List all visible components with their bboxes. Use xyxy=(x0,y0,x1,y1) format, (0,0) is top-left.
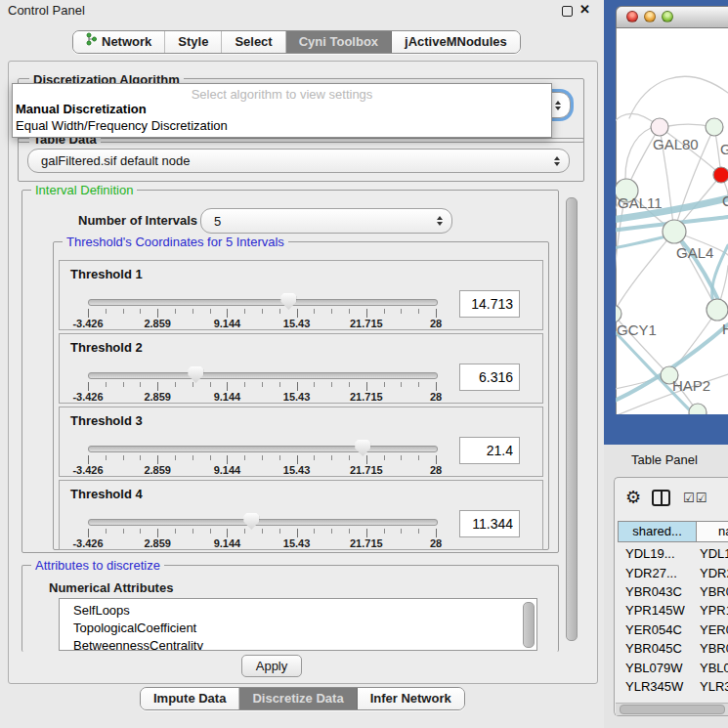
threshold-slider-track[interactable] xyxy=(88,299,438,306)
network-node-label: GCY1 xyxy=(617,321,657,338)
network-edge[interactable] xyxy=(712,245,728,306)
network-node-label: GAL11 xyxy=(618,194,663,211)
apply-button[interactable]: Apply xyxy=(241,655,302,677)
table-row[interactable]: YIL052CYIL0 xyxy=(618,696,728,701)
column-checkbox-icons[interactable]: ☑☑ xyxy=(683,491,707,505)
network-node[interactable] xyxy=(663,220,686,243)
tab-label: Cyni Toolbox xyxy=(299,31,378,53)
cell-shared-name: YDL19... xyxy=(618,546,700,561)
network-node-label: C xyxy=(722,193,728,209)
cell-shared-name: YBR045C xyxy=(618,641,700,656)
network-edge[interactable] xyxy=(674,232,717,310)
table-row[interactable]: YPR145WYPR1 xyxy=(618,601,728,620)
slider-tick-label: 9.144 xyxy=(214,537,241,549)
column-header-shared[interactable]: shared... xyxy=(618,521,697,542)
threshold-value-input[interactable] xyxy=(459,510,520,537)
table-row[interactable]: YDL19...YDL1 xyxy=(618,544,728,563)
threshold-value-input[interactable] xyxy=(459,290,520,318)
tab-label: Impute Data xyxy=(153,688,226,709)
column-header-name[interactable]: na xyxy=(696,521,728,542)
num-intervals-combobox[interactable]: 5 xyxy=(200,208,452,234)
bottom-tab-bar: Impute DataDiscretize DataInfer Network xyxy=(140,687,465,710)
table-settings-gear-icon[interactable]: ⚙ xyxy=(625,487,641,508)
cell-shared-name: YBL079W xyxy=(618,661,700,675)
attribute-list-item[interactable]: SelfLoops xyxy=(60,602,536,620)
network-edge[interactable] xyxy=(629,76,728,118)
tab-impute-data[interactable]: Impute Data xyxy=(141,688,239,709)
numerical-attributes-list[interactable]: SelfLoopsTopologicalCoefficientBetweenne… xyxy=(59,598,537,651)
thresholds-group-title: Threshold's Coordinates for 5 Intervals xyxy=(63,235,288,249)
threshold-label: Threshold 4 xyxy=(70,487,143,501)
slider-tick-label: 2.859 xyxy=(144,318,171,329)
threshold-value-input[interactable] xyxy=(459,364,520,391)
cell-name: YER0 xyxy=(700,622,728,637)
panel-scrollbar[interactable] xyxy=(566,197,578,641)
network-graph[interactable]: GAL80G.GAL11CGAL4GCY1HHAP2 xyxy=(616,28,728,414)
threshold-slider-track[interactable] xyxy=(88,519,438,526)
close-window-icon[interactable] xyxy=(626,11,638,22)
attribute-list-item[interactable]: TopologicalCoefficient xyxy=(60,620,536,637)
float-panel-icon[interactable] xyxy=(562,6,573,17)
network-node[interactable] xyxy=(651,118,668,136)
cell-name: YLR3 xyxy=(700,679,728,694)
network-node[interactable] xyxy=(616,305,621,322)
tab-label: Discretize Data xyxy=(252,688,343,709)
network-edge[interactable] xyxy=(616,232,674,314)
slider-tick-label: 15.43 xyxy=(283,464,311,476)
network-node[interactable] xyxy=(689,404,707,414)
slider-tick-label: -3.426 xyxy=(72,537,103,549)
tab-network[interactable]: Network xyxy=(73,31,165,53)
attributes-group-title: Attributes to discretize xyxy=(31,558,164,573)
close-panel-icon[interactable]: ✕ xyxy=(579,2,590,17)
dropdown-item-manual[interactable]: Manual Discretization xyxy=(16,102,147,116)
table-row[interactable]: YDR27...YDR2 xyxy=(618,563,728,581)
panel-title: Control Panel xyxy=(8,3,85,18)
slider-tick-label: 28 xyxy=(430,464,442,476)
algorithm-dropdown-popup: Select algorithm to view settings Manual… xyxy=(12,83,552,138)
tab-cyni-toolbox[interactable]: Cyni Toolbox xyxy=(286,31,392,53)
slider-ticks-major xyxy=(88,529,437,537)
table-row[interactable]: YER054CYER0 xyxy=(618,621,728,639)
dropdown-placeholder: Select algorithm to view settings xyxy=(13,87,551,102)
zoom-window-icon[interactable] xyxy=(662,11,673,22)
num-intervals-value: 5 xyxy=(214,214,221,229)
slider-tick-label: 15.43 xyxy=(283,318,311,329)
tab-discretize-data[interactable]: Discretize Data xyxy=(239,688,357,709)
slider-tick-label: 15.43 xyxy=(283,537,311,549)
network-node[interactable] xyxy=(707,299,728,321)
tab-style[interactable]: Style xyxy=(165,31,222,53)
minimize-window-icon[interactable] xyxy=(644,11,656,22)
tab-select[interactable]: Select xyxy=(222,31,285,53)
threshold-value-input[interactable] xyxy=(459,437,520,464)
cell-shared-name: YIL052C xyxy=(618,698,700,701)
slider-tick-label: 9.144 xyxy=(214,391,241,403)
app-root: Control Panel ✕ NetworkStyleSelectCyni T… xyxy=(0,0,728,728)
threshold-slider-track[interactable] xyxy=(88,446,438,452)
cell-name: YPR1 xyxy=(700,603,728,618)
cell-name: YBR0 xyxy=(700,584,728,599)
table-row[interactable]: YBR043CYBR0 xyxy=(618,582,728,601)
network-node[interactable] xyxy=(713,167,728,183)
dropdown-item-equal-width[interactable]: Equal Width/Frequency Discretization xyxy=(16,118,228,133)
attributes-list-scrollbar[interactable] xyxy=(523,602,535,648)
slider-tick-label: -3.426 xyxy=(72,391,103,403)
tab-infer-network[interactable]: Infer Network xyxy=(358,688,464,709)
tab-jactivemnodules[interactable]: jActiveMNodules xyxy=(392,31,520,53)
slider-tick-label: 9.144 xyxy=(214,318,241,329)
table-row[interactable]: YLR345WYLR3 xyxy=(618,677,728,696)
threshold-slider-track[interactable] xyxy=(88,372,438,379)
table-row[interactable]: YBL079WYBL0 xyxy=(618,658,728,676)
table-row[interactable]: YBR045CYBR0 xyxy=(618,639,728,658)
cell-shared-name: YBR043C xyxy=(618,584,700,599)
slider-tick-label: 2.859 xyxy=(144,391,171,403)
slider-tick-label: 28 xyxy=(430,391,442,403)
attribute-items: SelfLoopsTopologicalCoefficientBetweenne… xyxy=(60,602,536,651)
network-node[interactable] xyxy=(706,118,723,136)
slider-tick-label: 21.715 xyxy=(350,318,383,329)
column-layout-icon[interactable] xyxy=(652,490,670,506)
table-data-combobox[interactable]: galFiltered.sif default node xyxy=(27,149,570,173)
table-hscrollbar-thumb[interactable] xyxy=(620,705,725,714)
slider-tick-label: -3.426 xyxy=(72,464,103,476)
attribute-list-item[interactable]: BetweennessCentrality xyxy=(60,637,536,651)
threshold-label: Threshold 2 xyxy=(70,340,143,355)
